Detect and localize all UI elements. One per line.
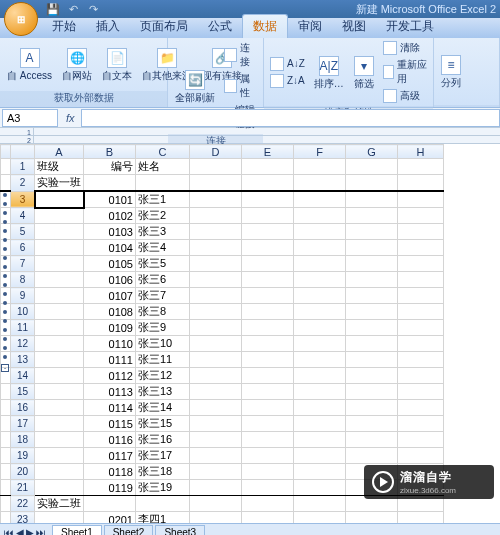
- cell-F11[interactable]: [294, 320, 346, 336]
- cell-D2[interactable]: [190, 175, 242, 192]
- sort-button[interactable]: A|Z 排序…: [311, 54, 347, 91]
- cell-G9[interactable]: [346, 288, 398, 304]
- cell-E9[interactable]: [242, 288, 294, 304]
- col-header-H[interactable]: H: [398, 145, 444, 159]
- col-header-G[interactable]: G: [346, 145, 398, 159]
- cell-E18[interactable]: [242, 432, 294, 448]
- cell-G15[interactable]: [346, 384, 398, 400]
- cell-B4[interactable]: 0102: [84, 208, 136, 224]
- cell-A16[interactable]: [35, 400, 84, 416]
- cell-C7[interactable]: 张三5: [136, 256, 190, 272]
- cell-B5[interactable]: 0103: [84, 224, 136, 240]
- row-header-1[interactable]: 1: [11, 159, 35, 175]
- cell-H15[interactable]: [398, 384, 444, 400]
- sort-asc-button[interactable]: A↓Z: [268, 56, 307, 72]
- cell-A12[interactable]: [35, 336, 84, 352]
- ribbon-tab-0[interactable]: 开始: [42, 15, 86, 38]
- cell-C15[interactable]: 张三13: [136, 384, 190, 400]
- fx-icon[interactable]: fx: [60, 112, 81, 124]
- cell-D15[interactable]: [190, 384, 242, 400]
- cell-C8[interactable]: 张三6: [136, 272, 190, 288]
- cell-F2[interactable]: [294, 175, 346, 192]
- cell-F12[interactable]: [294, 336, 346, 352]
- col-header-B[interactable]: B: [84, 145, 136, 159]
- cell-H3[interactable]: [398, 191, 444, 208]
- last-sheet-icon[interactable]: ⏭: [36, 527, 46, 535]
- cell-C16[interactable]: 张三14: [136, 400, 190, 416]
- office-button[interactable]: ⊞: [4, 2, 38, 36]
- cell-D11[interactable]: [190, 320, 242, 336]
- row-header-22[interactable]: 22: [11, 496, 35, 512]
- cell-B8[interactable]: 0106: [84, 272, 136, 288]
- conn-item-0[interactable]: 连接: [222, 40, 259, 70]
- ribbon-tab-6[interactable]: 视图: [332, 15, 376, 38]
- cell-D5[interactable]: [190, 224, 242, 240]
- cell-F16[interactable]: [294, 400, 346, 416]
- cell-C5[interactable]: 张三3: [136, 224, 190, 240]
- outline-collapse-button[interactable]: -: [1, 364, 9, 372]
- cell-F10[interactable]: [294, 304, 346, 320]
- cell-E3[interactable]: [242, 191, 294, 208]
- filter-item-0[interactable]: 清除: [381, 40, 429, 56]
- cell-E8[interactable]: [242, 272, 294, 288]
- sheet-tab-Sheet2[interactable]: Sheet2: [104, 525, 154, 535]
- undo-icon[interactable]: ↶: [66, 2, 80, 16]
- cell-A20[interactable]: [35, 464, 84, 480]
- cell-B12[interactable]: 0110: [84, 336, 136, 352]
- cell-H7[interactable]: [398, 256, 444, 272]
- sheet-tab-Sheet3[interactable]: Sheet3: [155, 525, 205, 535]
- cell-B11[interactable]: 0109: [84, 320, 136, 336]
- cell-H12[interactable]: [398, 336, 444, 352]
- cell-G5[interactable]: [346, 224, 398, 240]
- row-header-14[interactable]: 14: [11, 368, 35, 384]
- cell-G18[interactable]: [346, 432, 398, 448]
- cell-F21[interactable]: [294, 480, 346, 496]
- cell-C2[interactable]: [136, 175, 190, 192]
- row-header-23[interactable]: 23: [11, 512, 35, 524]
- row-header-20[interactable]: 20: [11, 464, 35, 480]
- cell-A19[interactable]: [35, 448, 84, 464]
- cell-C21[interactable]: 张三19: [136, 480, 190, 496]
- cell-A14[interactable]: [35, 368, 84, 384]
- row-header-10[interactable]: 10: [11, 304, 35, 320]
- cell-G19[interactable]: [346, 448, 398, 464]
- cell-B6[interactable]: 0104: [84, 240, 136, 256]
- cell-A9[interactable]: [35, 288, 84, 304]
- cell-H16[interactable]: [398, 400, 444, 416]
- text-to-columns-button[interactable]: ≡ 分列: [438, 53, 464, 90]
- cell-F6[interactable]: [294, 240, 346, 256]
- outline-level-2[interactable]: 2: [0, 136, 34, 144]
- cell-D19[interactable]: [190, 448, 242, 464]
- refresh-all-button[interactable]: 🔄 全部刷新: [172, 68, 218, 105]
- cell-F8[interactable]: [294, 272, 346, 288]
- cell-H1[interactable]: [398, 159, 444, 175]
- row-header-9[interactable]: 9: [11, 288, 35, 304]
- cell-G8[interactable]: [346, 272, 398, 288]
- redo-icon[interactable]: ↷: [86, 2, 100, 16]
- cell-G4[interactable]: [346, 208, 398, 224]
- cell-F18[interactable]: [294, 432, 346, 448]
- cell-B18[interactable]: 0116: [84, 432, 136, 448]
- cell-H14[interactable]: [398, 368, 444, 384]
- cell-C18[interactable]: 张三16: [136, 432, 190, 448]
- cell-H17[interactable]: [398, 416, 444, 432]
- sheet-tab-Sheet1[interactable]: Sheet1: [52, 525, 102, 535]
- cell-F7[interactable]: [294, 256, 346, 272]
- cell-H10[interactable]: [398, 304, 444, 320]
- cell-B23[interactable]: 0201: [84, 512, 136, 524]
- row-header-17[interactable]: 17: [11, 416, 35, 432]
- row-header-21[interactable]: 21: [11, 480, 35, 496]
- col-header-D[interactable]: D: [190, 145, 242, 159]
- cell-D23[interactable]: [190, 512, 242, 524]
- cell-F22[interactable]: [294, 496, 346, 512]
- cell-F13[interactable]: [294, 352, 346, 368]
- cell-D21[interactable]: [190, 480, 242, 496]
- cell-A22[interactable]: 实验二班: [35, 496, 84, 512]
- cell-B19[interactable]: 0117: [84, 448, 136, 464]
- cell-E21[interactable]: [242, 480, 294, 496]
- filter-button[interactable]: ▾ 筛选: [351, 54, 377, 91]
- cell-F4[interactable]: [294, 208, 346, 224]
- cell-G11[interactable]: [346, 320, 398, 336]
- outline-level-1[interactable]: 1: [0, 128, 34, 136]
- cell-E16[interactable]: [242, 400, 294, 416]
